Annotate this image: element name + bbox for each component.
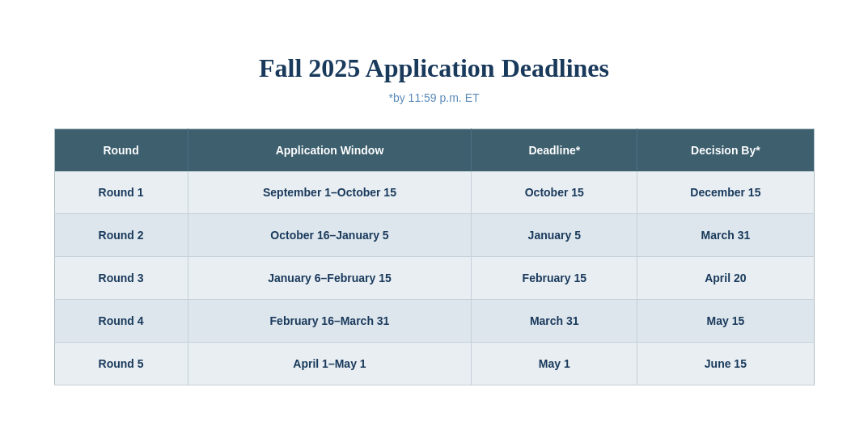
cell-decision-row-3: April 20 [637, 256, 814, 299]
col-header-round: Round [54, 128, 188, 171]
cell-deadline-row-5: May 1 [472, 342, 637, 385]
table-row: Round 4February 16–March 31March 31May 1… [54, 299, 814, 342]
table-row: Round 3January 6–February 15February 15A… [54, 256, 814, 299]
cell-window-row-2: October 16–January 5 [188, 213, 472, 256]
subtitle: *by 11:59 p.m. ET [54, 91, 815, 104]
cell-round-row-4: Round 4 [54, 299, 188, 342]
cell-deadline-row-4: March 31 [472, 299, 637, 342]
cell-decision-row-4: May 15 [637, 299, 814, 342]
cell-window-row-4: February 16–March 31 [188, 299, 472, 342]
table-header-row: RoundApplication WindowDeadline*Decision… [54, 128, 814, 171]
cell-window-row-3: January 6–February 15 [188, 256, 472, 299]
deadlines-table: RoundApplication WindowDeadline*Decision… [54, 128, 815, 385]
cell-window-row-1: September 1–October 15 [188, 171, 472, 214]
cell-decision-row-5: June 15 [637, 342, 814, 385]
cell-deadline-row-3: February 15 [472, 256, 637, 299]
table-row: Round 2October 16–January 5January 5Marc… [54, 213, 814, 256]
cell-round-row-5: Round 5 [54, 342, 188, 385]
cell-decision-row-2: March 31 [637, 213, 814, 256]
cell-round-row-1: Round 1 [54, 171, 188, 214]
cell-decision-row-1: December 15 [637, 171, 814, 214]
page-title: Fall 2025 Application Deadlines [54, 53, 815, 83]
cell-deadline-row-1: October 15 [472, 171, 637, 214]
cell-window-row-5: April 1–May 1 [188, 342, 472, 385]
col-header-window: Application Window [188, 128, 472, 171]
cell-round-row-3: Round 3 [54, 256, 188, 299]
table-body: Round 1September 1–October 15October 15D… [54, 171, 814, 385]
col-header-deadline: Deadline* [472, 128, 637, 171]
page-container: Fall 2025 Application Deadlines *by 11:5… [38, 29, 831, 410]
cell-deadline-row-2: January 5 [472, 213, 637, 256]
cell-round-row-2: Round 2 [54, 213, 188, 256]
table-row: Round 1September 1–October 15October 15D… [54, 171, 814, 214]
col-header-decision: Decision By* [637, 128, 814, 171]
table-row: Round 5April 1–May 1May 1June 15 [54, 342, 814, 385]
